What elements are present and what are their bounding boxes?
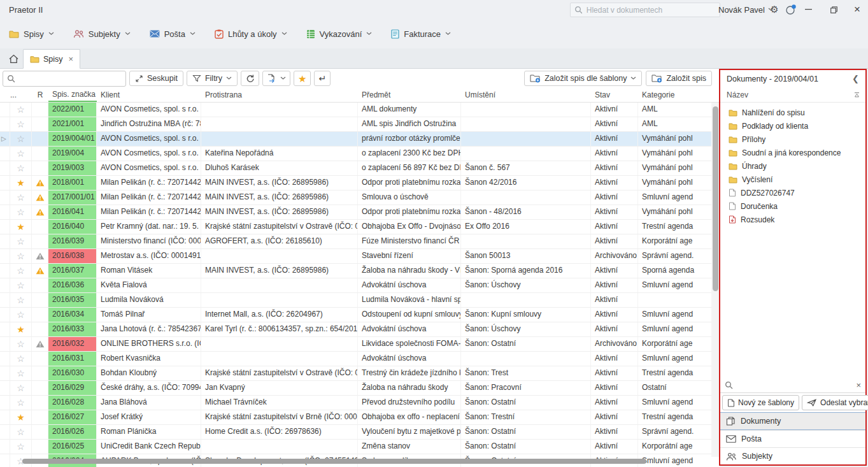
favorite-star-icon[interactable]: ☆	[10, 205, 32, 219]
table-row[interactable]: ☆2017/001/01Milan Pelikán (r. č.: 720714…	[0, 190, 720, 205]
favorite-star-icon[interactable]: ☆	[10, 249, 32, 263]
maximize-button[interactable]	[823, 0, 844, 19]
favorite-star-icon[interactable]: ☆	[10, 161, 32, 175]
global-search-input[interactable]	[585, 5, 716, 15]
table-row[interactable]: ☆2016/025UniCredit Bank Czech Republic a…	[0, 440, 720, 454]
global-search[interactable]	[570, 3, 720, 17]
send-selected-button[interactable]: Odeslat vybrané	[802, 395, 868, 410]
table-row[interactable]: ☆2021/001Jindřich Ostružina MBA (rč: 781…	[0, 117, 720, 132]
clear-search-icon[interactable]: ×	[856, 380, 861, 390]
favorite-star-icon[interactable]: ☆	[10, 352, 32, 366]
favorite-star-icon[interactable]: ☆	[10, 147, 32, 161]
collapse-panel-icon[interactable]: ❮	[852, 74, 859, 83]
table-row[interactable]: ☆2019/003AVON Cosmetics, spol. s r.o. (I…	[0, 161, 720, 176]
documents-search-input[interactable]	[737, 380, 852, 390]
panel-nav-subjekty[interactable]: Subjekty	[720, 447, 865, 464]
table-search-input[interactable]	[18, 73, 122, 83]
table-row[interactable]: ★2016/033Jana Lhotová (r. č.: 7854236708…	[0, 322, 720, 337]
menu-lhuty-a-ukoly[interactable]: Lhůty a úkoly	[215, 29, 287, 39]
favorite-star-icon[interactable]: ☆	[10, 278, 32, 292]
menu-posta[interactable]: Pošta	[150, 29, 196, 39]
favorite-star-icon[interactable]: ☆	[10, 396, 32, 410]
close-button[interactable]: ×	[846, 0, 868, 19]
document-folder-item[interactable]: Soudní a jiná korespondence	[720, 146, 865, 159]
menu-vykazovani[interactable]: Vykazování	[306, 29, 373, 39]
table-search[interactable]	[3, 71, 126, 87]
tab-spisy[interactable]: Spisy ×	[23, 49, 80, 69]
table-row[interactable]: ☆2016/028Jana BláhováMichael TrávníčekPř…	[0, 396, 720, 410]
favorite-star-icon[interactable]: ☆	[10, 117, 32, 131]
table-row[interactable]: ☆2016/032ONLINE BROTHERS s.r.o. (IČO: 04…	[0, 337, 720, 352]
favorite-star-icon[interactable]: ☆	[10, 425, 32, 439]
table-row[interactable]: ☆2016/039Ministerstvo financí (IČO: 0000…	[0, 234, 720, 249]
table-row[interactable]: ☆2016/037Roman VitásekMAIN INVEST, a.s. …	[0, 264, 720, 278]
document-file-item[interactable]: DDZ527026747	[720, 186, 865, 199]
group-button[interactable]: Seskupit	[129, 71, 183, 86]
table-row[interactable]: ☆2016/035Ludmila NovákováLudmila Novákov…	[0, 293, 720, 308]
row-expander-icon[interactable]: ▷	[0, 132, 10, 146]
close-tab-icon[interactable]: ×	[69, 54, 74, 64]
favorite-star-icon[interactable]: ☆	[10, 381, 32, 395]
table-row[interactable]: ☆2016/030Bohdan KloubnýKrajské státní za…	[0, 366, 720, 381]
table-row[interactable]: ★2016/027Josef KrátkýKrajské státní zast…	[0, 410, 720, 425]
favorite-star-icon[interactable]: ☆	[10, 132, 32, 146]
table-row[interactable]: ★2016/040Petr Kramný (dat. nar.: 19. 5. …	[0, 220, 720, 234]
settings-gear-icon[interactable]: ⚙	[765, 0, 783, 19]
menu-spisy[interactable]: Spisy	[9, 29, 54, 39]
documents-search[interactable]: ×	[720, 377, 865, 393]
table-row[interactable]: ▷☆2019/004/01AVON Cosmetics, spol. s r.o…	[0, 132, 720, 147]
table-row[interactable]: ☆2016/041Milan Pelikán (r. č.: 720714425…	[0, 205, 720, 220]
table-row[interactable]: ★2018/001Milan Pelikán (r. č.: 720714425…	[0, 176, 720, 190]
document-folder-item[interactable]: Vyčíslení	[720, 173, 865, 186]
document-folder-item[interactable]: Nahlížení do spisu	[720, 106, 865, 119]
favorite-star-icon[interactable]: ☆	[10, 264, 32, 278]
favorite-star-icon[interactable]: ☆	[10, 337, 32, 351]
minimize-button[interactable]	[797, 0, 819, 19]
favorite-star-icon[interactable]: ★	[10, 322, 32, 336]
column-header-Stav[interactable]: Stav	[591, 88, 638, 102]
panel-nav-dokumenty[interactable]: Dokumenty	[720, 412, 865, 430]
table-row[interactable]: ☆2016/026Roman PláničkaHome Credit a.s. …	[0, 425, 720, 440]
favorite-star-icon[interactable]: ☆	[10, 366, 32, 380]
favorite-star-icon[interactable]: ☆	[10, 440, 32, 454]
table-row[interactable]: ☆2016/036Květa FialováAdvokátní úschovaŠ…	[0, 278, 720, 293]
favorite-star-icon[interactable]: ★	[10, 410, 32, 424]
new-case-button[interactable]: Založit spis	[646, 71, 712, 86]
column-header-Kategorie[interactable]: Kategorie	[638, 88, 711, 102]
favorite-star-icon[interactable]: ★	[10, 220, 32, 234]
column-header[interactable]	[0, 88, 10, 102]
column-header-...[interactable]: ...	[10, 88, 32, 102]
document-file-item[interactable]: Rozsudek	[720, 213, 865, 226]
column-header-Klient[interactable]: Klient	[97, 88, 201, 102]
vertical-scrollbar[interactable]	[711, 103, 719, 457]
vertical-scrollbar-thumb[interactable]	[713, 106, 718, 291]
favorite-star-icon[interactable]: ☆	[10, 234, 32, 248]
table-row[interactable]: ☆2019/004AVON Cosmetics, spol. s r.o. (I…	[0, 147, 720, 161]
table-row[interactable]: ☆2016/029České dráhy, a.s. (IČO: 7099422…	[0, 381, 720, 396]
menu-fakturace[interactable]: Fakturace	[391, 29, 451, 39]
favorite-star-icon[interactable]: ☆	[10, 308, 32, 322]
refresh-button[interactable]	[241, 71, 259, 86]
table-row[interactable]: ☆2016/031Robert KvasničkaAdvokátní úscho…	[0, 352, 720, 366]
document-file-item[interactable]: Doručenka	[720, 199, 865, 213]
menu-subjekty[interactable]: Subjekty	[73, 29, 131, 39]
favorites-button[interactable]: ★	[294, 71, 311, 86]
home-tab-button[interactable]	[4, 50, 23, 68]
filters-button[interactable]: Filtry	[187, 71, 238, 86]
document-folder-item[interactable]: Úhrady	[720, 159, 865, 173]
horizontal-scrollbar[interactable]	[0, 459, 710, 464]
column-header-Umístění[interactable]: Umístění	[461, 88, 591, 102]
favorite-star-icon[interactable]: ★	[10, 176, 32, 190]
favorite-star-icon[interactable]: ☆	[10, 293, 32, 307]
column-header-Protistrana[interactable]: Protistrana	[201, 88, 358, 102]
column-header-Předmět[interactable]: Předmět	[358, 88, 461, 102]
export-button[interactable]	[262, 71, 290, 86]
document-folder-item[interactable]: Přílohy	[720, 133, 865, 146]
panel-nav-posta[interactable]: Pošta	[720, 430, 865, 447]
column-header-Spis. značka[interactable]: Spis. značka	[48, 88, 97, 102]
document-folder-item[interactable]: Podklady od klienta	[720, 119, 865, 133]
favorite-star-icon[interactable]: ☆	[10, 103, 32, 117]
favorite-star-icon[interactable]: ☆	[10, 190, 32, 205]
enter-button[interactable]: ↵	[314, 71, 331, 86]
new-case-from-template-button[interactable]: Založit spis dle šablony	[524, 71, 642, 86]
